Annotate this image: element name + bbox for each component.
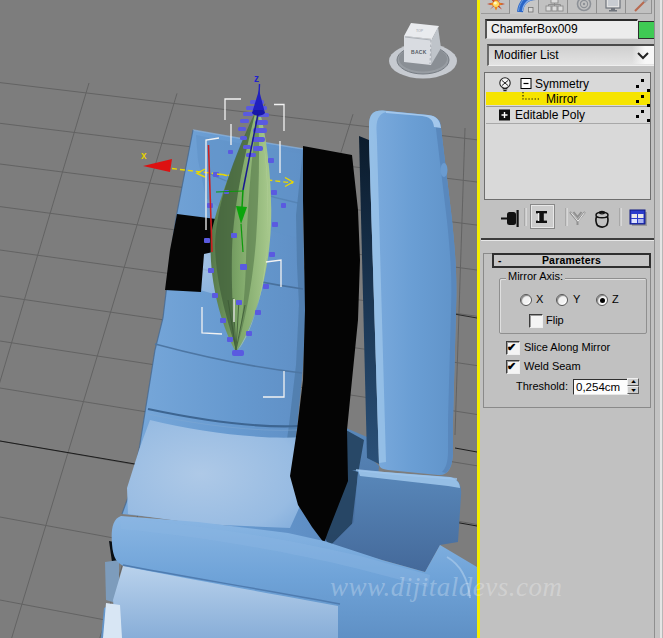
svg-text:TOP: TOP [416,29,424,33]
svg-text:BACK: BACK [411,49,427,55]
svg-text:x: x [141,150,147,161]
svg-text:z: z [254,73,259,84]
